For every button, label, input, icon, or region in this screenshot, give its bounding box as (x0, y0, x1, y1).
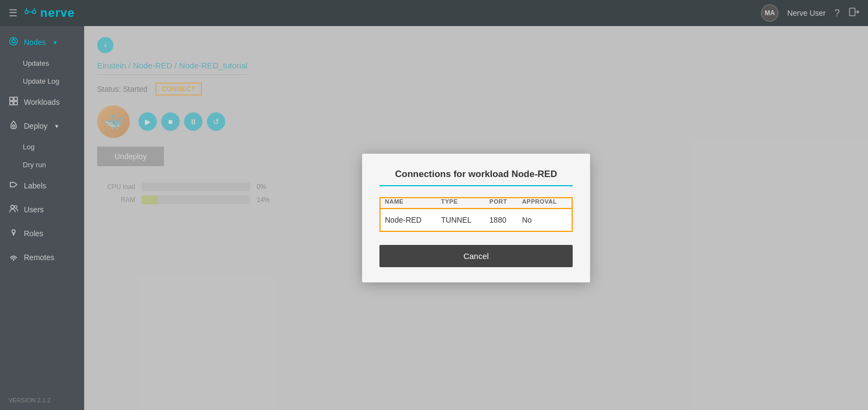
svg-point-14 (12, 125, 15, 127)
sidebar-item-remotes[interactable]: Remotes (0, 245, 84, 269)
remotes-icon (9, 251, 18, 263)
updates-label: Updates (23, 59, 49, 67)
logout-icon[interactable] (848, 7, 859, 20)
topbar-right: MA Nerve User ? (761, 4, 859, 22)
logo-text: nerve (40, 6, 75, 20)
col-port: PORT (485, 198, 518, 209)
sidebar-item-updates[interactable]: Updates (0, 54, 84, 72)
table-body: Node-RED TUNNEL 1880 No (381, 209, 572, 231)
users-icon (9, 204, 18, 216)
users-label: Users (24, 205, 44, 214)
main-content: ‹ Einstein / Node-RED / Node-RED_tutoria… (84, 26, 868, 410)
row-approval: No (518, 209, 572, 231)
sidebar-item-labels[interactable]: Labels (0, 174, 84, 198)
roles-label: Roles (24, 229, 43, 238)
roles-icon (9, 228, 18, 239)
nodes-label: Nodes (24, 38, 46, 47)
log-label: Log (23, 143, 35, 151)
svg-rect-11 (14, 97, 17, 100)
sidebar-item-dry-run[interactable]: Dry run (0, 156, 84, 174)
svg-point-8 (12, 40, 15, 43)
sidebar-item-update-log[interactable]: Update Log (0, 72, 84, 90)
svg-rect-10 (10, 97, 13, 100)
table-header: NAME TYPE PORT APPROVAL (381, 198, 572, 209)
row-type: TUNNEL (437, 209, 485, 231)
sidebar-item-log[interactable]: Log (0, 138, 84, 156)
hamburger-icon[interactable]: ☰ (9, 7, 17, 19)
remotes-label: Remotes (24, 253, 54, 262)
sidebar-item-deploy[interactable]: Deploy ▼ (0, 114, 84, 138)
svg-point-17 (12, 230, 15, 233)
cancel-button[interactable]: Cancel (379, 245, 573, 267)
connections-table: NAME TYPE PORT APPROVAL Node-RED TUNNEL … (381, 198, 572, 231)
sidebar-item-nodes[interactable]: Nodes ▼ (0, 30, 84, 54)
svg-point-0 (25, 10, 28, 14)
connections-table-wrapper: NAME TYPE PORT APPROVAL Node-RED TUNNEL … (379, 197, 573, 232)
topbar-left: ☰ nerve (9, 6, 75, 21)
svg-point-18 (13, 259, 15, 261)
sidebar-item-users[interactable]: Users (0, 198, 84, 222)
deploy-icon (9, 120, 18, 132)
col-approval: APPROVAL (518, 198, 572, 209)
dry-run-label: Dry run (23, 161, 46, 169)
deploy-arrow: ▼ (54, 123, 60, 129)
col-name: NAME (381, 198, 437, 209)
logo: nerve (24, 6, 75, 21)
workloads-label: Workloads (24, 98, 60, 106)
svg-point-1 (33, 10, 36, 14)
sidebar-item-roles[interactable]: Roles (0, 222, 84, 245)
svg-point-15 (11, 205, 14, 209)
col-type: TYPE (437, 198, 485, 209)
deploy-label: Deploy (24, 122, 48, 130)
svg-rect-5 (850, 8, 855, 16)
sidebar: Nodes ▼ Updates Update Log Workloads (0, 26, 84, 410)
avatar: MA (761, 4, 778, 22)
table-row[interactable]: Node-RED TUNNEL 1880 No (381, 209, 572, 231)
layout: Nodes ▼ Updates Update Log Workloads (0, 26, 868, 410)
nodes-icon (9, 36, 18, 48)
help-icon[interactable]: ? (834, 8, 840, 19)
svg-rect-13 (14, 102, 17, 105)
modal-title: Connections for workload Node-RED (379, 169, 573, 186)
svg-point-16 (15, 206, 17, 209)
nodes-arrow: ▼ (52, 40, 58, 46)
sidebar-item-workloads[interactable]: Workloads (0, 90, 84, 114)
connections-modal: Connections for workload Node-RED NAME T… (362, 154, 590, 282)
version-label: VERSION 2.1.2 (0, 390, 84, 410)
user-name: Nerve User (787, 9, 826, 17)
labels-icon (9, 180, 18, 192)
topbar: ☰ nerve MA Nerve User ? (0, 0, 868, 26)
update-log-label: Update Log (23, 77, 59, 85)
labels-label: Labels (24, 181, 46, 190)
modal-overlay: Connections for workload Node-RED NAME T… (84, 26, 868, 410)
row-port: 1880 (485, 209, 518, 231)
row-name: Node-RED (381, 209, 437, 231)
workloads-icon (9, 96, 18, 108)
nerve-logo-icon (24, 6, 37, 21)
svg-rect-12 (10, 102, 13, 105)
